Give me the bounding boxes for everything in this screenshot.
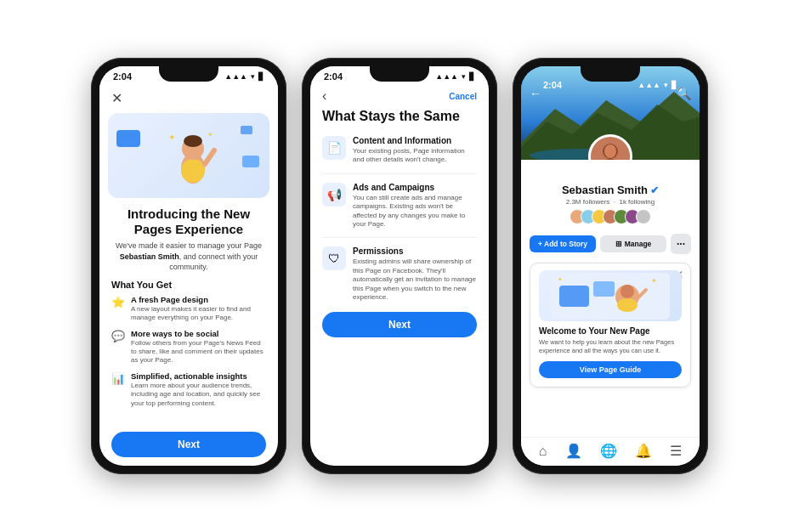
blue-rect-3 <box>241 126 252 134</box>
svg-rect-16 <box>559 286 589 307</box>
illustration-figure: ✦ ✦ <box>155 122 223 190</box>
card-illustration: ✦ ✦ <box>539 270 682 321</box>
stays-text-2: Ads and Campaigns You can still create a… <box>353 183 477 229</box>
manage-icon: ⊞ <box>615 240 622 248</box>
blue-rect-1 <box>116 130 140 147</box>
card-illus-svg: ✦ ✦ <box>551 273 670 320</box>
stays-body-1: Your existing posts, Page information an… <box>353 147 477 165</box>
svg-point-1 <box>181 159 205 183</box>
stays-text-1: Content and Information Your existing po… <box>353 136 477 165</box>
feature-2-title: More ways to be social <box>131 329 266 338</box>
more-button[interactable]: ··· <box>671 234 691 254</box>
phone1-desc-post: , and connect with your community. <box>169 252 258 272</box>
bottom-nav: ⌂ 👤 🌐 🔔 ☰ <box>521 437 700 466</box>
welcome-card-title: Welcome to Your New Page <box>539 326 682 336</box>
star-icon: ⭐ <box>111 296 125 308</box>
phone-3: 2:04 ▲▲▲ ▾ ▊ <box>513 58 708 474</box>
wifi-icon-3: ▾ <box>664 81 668 89</box>
profile-stats: 2.3M followers · 1k following <box>530 198 691 206</box>
next-button-1[interactable]: Next <box>111 432 266 457</box>
status-icons-2: ▲▲▲ ▾ ▊ <box>435 72 475 81</box>
stays-icon-2: 📢 <box>322 183 346 207</box>
signal-icon: ▲▲▲ <box>224 72 247 81</box>
status-icons-3: ▲▲▲ ▾ ▊ <box>638 81 677 89</box>
stays-item-2: 📢 Ads and Campaigns You can still create… <box>310 178 489 235</box>
status-time-3: 2:04 <box>543 80 562 90</box>
feature-2: 💬 More ways to be social Follow others f… <box>111 329 266 365</box>
feature-3: 📊 Simplified, actionable insights Learn … <box>111 371 266 408</box>
view-guide-button[interactable]: View Page Guide <box>539 361 682 378</box>
battery-icon: ▊ <box>258 72 264 81</box>
profile-name: Sebastian Smith ✔ <box>530 184 691 196</box>
signal-icon-3: ▲▲▲ <box>638 81 660 89</box>
phone-2-inner: 2:04 ▲▲▲ ▾ ▊ ‹ Cancel What Stays the Sam… <box>310 66 489 466</box>
wifi-icon-2: ▾ <box>462 72 466 81</box>
globe-nav-icon[interactable]: 🌐 <box>600 443 617 459</box>
stays-title-3: Permissions <box>353 246 477 256</box>
feature-3-text: Simplified, actionable insights Learn mo… <box>131 371 266 408</box>
svg-text:✦: ✦ <box>168 133 175 142</box>
stays-text-3: Permissions Existing admins will share o… <box>353 246 477 302</box>
avatar-container <box>588 134 632 160</box>
wifi-icon: ▾ <box>251 72 255 81</box>
feature-1-text: A fresh Page design A new layout makes i… <box>131 295 266 323</box>
manage-button[interactable]: ⊞ Manage <box>600 235 666 252</box>
svg-point-4 <box>184 135 202 147</box>
svg-point-20 <box>620 285 634 298</box>
back-icon-2[interactable]: ‹ <box>322 88 326 104</box>
what-you-get-heading: What You Get <box>111 280 266 290</box>
stays-icon-1: 📄 <box>322 136 346 160</box>
followers-count: 2.3M followers <box>566 198 610 206</box>
chat-icon: 💬 <box>111 330 125 342</box>
feature-1-body: A new layout makes it easier to find and… <box>131 305 266 323</box>
svg-text:✦: ✦ <box>207 131 213 139</box>
follower-avatars <box>530 209 691 224</box>
verified-icon: ✔ <box>650 184 659 196</box>
status-time-1: 2:04 <box>113 71 132 82</box>
profile-name-text: Sebastian Smith <box>562 184 648 196</box>
signal-icon-2: ▲▲▲ <box>435 72 458 81</box>
phone-2: 2:04 ▲▲▲ ▾ ▊ ‹ Cancel What Stays the Sam… <box>302 58 497 474</box>
stays-body-3: Existing admins will share ownership of … <box>353 258 477 302</box>
add-story-button[interactable]: + Add to Story <box>530 235 596 252</box>
phone1-content: Introducing the New Pages Experience We'… <box>99 201 278 427</box>
battery-icon-3: ▊ <box>672 81 677 89</box>
feature-1-title: A fresh Page design <box>131 295 266 304</box>
menu-nav-icon[interactable]: ☰ <box>670 443 682 459</box>
phone1-illustration: ✦ ✦ <box>108 113 269 198</box>
profile-area: Sebastian Smith ✔ 2.3M followers · 1k fo… <box>521 160 700 234</box>
stays-item-1: 📄 Content and Information Your existing … <box>310 131 489 170</box>
stays-icon-3: 🛡 <box>322 246 346 270</box>
svg-point-19 <box>617 298 638 312</box>
following-count: 1k following <box>619 198 654 206</box>
follower-avatar-7 <box>636 209 651 224</box>
svg-text:✦: ✦ <box>558 276 563 282</box>
svg-point-14 <box>604 144 616 158</box>
battery-icon-2: ▊ <box>469 72 475 81</box>
phone2-nav: ‹ Cancel <box>310 83 489 107</box>
feature-1: ⭐ A fresh Page design A new layout makes… <box>111 295 266 323</box>
phone1-desc-bold: Sebastian Smith <box>120 252 179 261</box>
svg-rect-17 <box>593 281 615 297</box>
close-icon[interactable]: ✕ <box>111 90 122 106</box>
phone1-desc-pre: We've made it easier to manage your Page <box>116 241 262 250</box>
divider-2 <box>322 237 477 238</box>
avatar-svg <box>591 137 630 160</box>
svg-text:✦: ✦ <box>651 277 657 285</box>
notch-1 <box>159 66 218 82</box>
feature-3-title: Simplified, actionable insights <box>131 371 266 381</box>
manage-label: Manage <box>625 240 652 248</box>
stays-title-1: Content and Information <box>353 136 477 145</box>
welcome-card-desc: We want to help you learn about the new … <box>539 338 682 355</box>
status-time-2: 2:04 <box>324 71 343 82</box>
profile-nav-icon[interactable]: 👤 <box>565 443 582 459</box>
bell-nav-icon[interactable]: 🔔 <box>635 443 652 459</box>
cancel-button-2[interactable]: Cancel <box>449 92 477 101</box>
next-button-2[interactable]: Next <box>322 312 477 337</box>
scene: 2:04 ▲▲▲ ▾ ▊ ✕ <box>0 0 799 532</box>
stays-item-3: 🛡 Permissions Existing admins will share… <box>310 241 489 307</box>
home-nav-icon[interactable]: ⌂ <box>539 444 547 459</box>
stays-body-2: You can still create ads and manage camp… <box>353 194 477 229</box>
feature-3-body: Learn more about your audience trends, i… <box>131 382 266 408</box>
notch-2 <box>370 66 429 82</box>
